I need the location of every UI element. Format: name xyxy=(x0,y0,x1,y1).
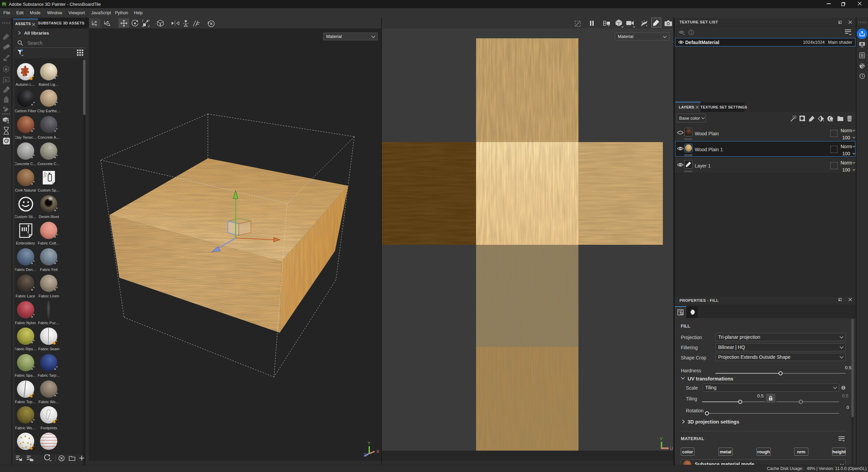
svg-text:U: U xyxy=(670,446,673,451)
svg-text:V: V xyxy=(660,436,663,441)
svg-text:Y: Y xyxy=(368,440,371,446)
svg-text:X: X xyxy=(376,449,379,454)
